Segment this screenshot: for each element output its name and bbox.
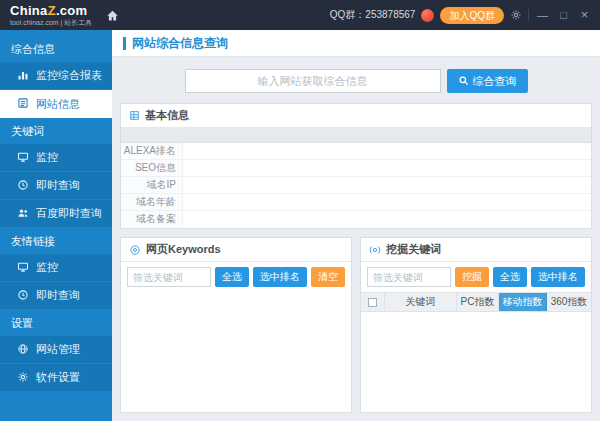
document-icon — [17, 97, 29, 111]
logo-com: .com — [56, 3, 88, 18]
sidebar-item-baidu-instant-query[interactable]: 百度即时查询 — [0, 200, 112, 228]
row-label-age: 域名年龄 — [121, 194, 183, 210]
users-icon — [17, 207, 29, 221]
row-value-age — [183, 194, 591, 210]
sidebar-item-label: 软件设置 — [36, 370, 80, 385]
select-all-button[interactable]: 全选 — [493, 267, 527, 287]
logo-text: ChinaZ.com — [10, 4, 92, 18]
search-button[interactable]: 综合查询 — [447, 69, 528, 93]
join-qq-button[interactable]: 加入QQ群 — [440, 7, 504, 24]
selected-rank-button[interactable]: 选中排名 — [531, 267, 585, 287]
column-header-keyword[interactable]: 关键词 — [385, 293, 457, 311]
monitor-icon — [17, 261, 29, 275]
sidebar-item-link-instant-query[interactable]: 即时查询 — [0, 282, 112, 310]
row-value-alexa — [183, 143, 591, 159]
keywords-toolbar: 全选 选中排名 清空 — [121, 262, 351, 292]
settings-gear-icon[interactable] — [510, 9, 522, 21]
grid-icon — [129, 110, 140, 121]
logo-z: Z — [48, 3, 56, 18]
bottom-panels: 网页Keywords 全选 选中排名 清空 挖掘关键词 — [120, 237, 592, 413]
column-header-360-index[interactable]: 360指数 — [547, 293, 591, 311]
sidebar: 综合信息 监控综合报表 网站信息 关键词 监控 即时查询 百度即时查询 — [0, 30, 112, 421]
sidebar-section-label: 友情链接 — [11, 234, 55, 249]
app-window: ChinaZ.com tool.chinaz.com | 站长工具 QQ群：25… — [0, 0, 600, 421]
search-icon — [458, 75, 469, 88]
checkbox-icon[interactable] — [368, 298, 377, 307]
sidebar-item-keyword-monitor[interactable]: 监控 — [0, 144, 112, 172]
search-row: 综合查询 — [112, 69, 600, 93]
logo-subtitle: tool.chinaz.com | 站长工具 — [10, 18, 92, 27]
row-value-seo — [183, 160, 591, 176]
sidebar-section-keywords[interactable]: 关键词 — [0, 118, 112, 144]
basic-info-panel: 基本信息 ALEXA排名 SEO信息 域名IP 域名年龄 域名备案 — [120, 103, 592, 229]
table-row: ALEXA排名 — [121, 143, 591, 160]
qq-group-label: QQ群：253878567 — [330, 8, 416, 22]
titlebar-right: QQ群：253878567 加入QQ群 — □ × — [330, 0, 592, 30]
mining-toolbar: 挖掘 全选 选中排名 — [361, 262, 591, 292]
app-body: 综合信息 监控综合报表 网站信息 关键词 监控 即时查询 百度即时查询 — [0, 30, 600, 421]
row-label-icp: 域名备案 — [121, 211, 183, 228]
table-row: 域名备案 — [121, 211, 591, 228]
keywords-panel-title: 网页Keywords — [146, 242, 221, 257]
qq-icon — [421, 9, 434, 22]
titlebar: ChinaZ.com tool.chinaz.com | 站长工具 QQ群：25… — [0, 0, 600, 30]
sidebar-section-friend-links[interactable]: 友情链接 — [0, 228, 112, 254]
sidebar-item-label: 即时查询 — [36, 288, 80, 303]
mine-button[interactable]: 挖掘 — [455, 267, 489, 287]
monitor-icon — [17, 151, 29, 165]
row-label-alexa: ALEXA排名 — [121, 143, 183, 159]
mining-filter-input[interactable] — [367, 267, 451, 287]
basic-info-header: 基本信息 — [121, 104, 591, 128]
row-label-seo: SEO信息 — [121, 160, 183, 176]
sidebar-item-site-manage[interactable]: 网站管理 — [0, 336, 112, 364]
sidebar-item-label: 网站信息 — [36, 97, 80, 112]
select-all-button[interactable]: 全选 — [215, 267, 249, 287]
sidebar-section-overview[interactable]: 综合信息 — [0, 36, 112, 62]
minimize-button[interactable]: — — [535, 0, 550, 30]
sidebar-item-label: 即时查询 — [36, 178, 80, 193]
clear-button[interactable]: 清空 — [311, 267, 345, 287]
mining-table-header: 关键词 PC指数 移动指数 360指数 — [361, 292, 591, 312]
titlebar-divider — [528, 9, 529, 21]
column-header-mobile-index[interactable]: 移动指数 — [499, 293, 547, 311]
keywords-icon — [129, 244, 141, 256]
keywords-list-area — [121, 292, 351, 412]
keywords-panel: 网页Keywords 全选 选中排名 清空 — [120, 237, 352, 413]
basic-info-title: 基本信息 — [145, 108, 189, 123]
app-logo: ChinaZ.com tool.chinaz.com | 站长工具 — [10, 4, 92, 27]
gear-icon — [17, 371, 29, 385]
sidebar-item-site-info[interactable]: 网站信息 — [0, 90, 112, 118]
sidebar-item-label: 监控综合报表 — [36, 68, 102, 83]
selected-rank-button[interactable]: 选中排名 — [253, 267, 307, 287]
table-row: SEO信息 — [121, 160, 591, 177]
home-icon[interactable] — [106, 9, 119, 22]
select-all-checkbox[interactable] — [361, 293, 385, 311]
close-button[interactable]: × — [577, 0, 592, 30]
maximize-button[interactable]: □ — [556, 0, 571, 30]
sidebar-section-settings[interactable]: 设置 — [0, 310, 112, 336]
keywords-filter-input[interactable] — [127, 267, 211, 287]
sidebar-section-label: 综合信息 — [11, 42, 55, 57]
site-search-input[interactable] — [185, 69, 441, 93]
mining-panel: 挖掘关键词 挖掘 全选 选中排名 关键词 PC指数 移动指数 360指数 — [360, 237, 592, 413]
table-row: 域名IP — [121, 177, 591, 194]
clock-icon — [17, 179, 29, 193]
table-row: 域名年龄 — [121, 194, 591, 211]
sidebar-item-link-monitor[interactable]: 监控 — [0, 254, 112, 282]
page-title: 网站综合信息查询 — [132, 35, 228, 52]
mining-list-area — [361, 312, 591, 412]
mining-icon — [369, 244, 381, 256]
sidebar-item-monitor-report[interactable]: 监控综合报表 — [0, 62, 112, 90]
clock-icon — [17, 289, 29, 303]
sidebar-item-label: 网站管理 — [36, 342, 80, 357]
search-button-label: 综合查询 — [473, 74, 517, 89]
sidebar-item-keyword-instant-query[interactable]: 即时查询 — [0, 172, 112, 200]
column-header-pc-index[interactable]: PC指数 — [457, 293, 499, 311]
sidebar-item-label: 百度即时查询 — [36, 206, 102, 221]
globe-icon — [17, 343, 29, 357]
mining-panel-header: 挖掘关键词 — [361, 238, 591, 262]
main-content: 网站综合信息查询 综合查询 基本信息 ALEXA排名 SEO信息 域名IP — [112, 30, 600, 421]
sidebar-item-software-settings[interactable]: 软件设置 — [0, 364, 112, 392]
row-value-ip — [183, 177, 591, 193]
title-accent-bar — [123, 37, 126, 50]
